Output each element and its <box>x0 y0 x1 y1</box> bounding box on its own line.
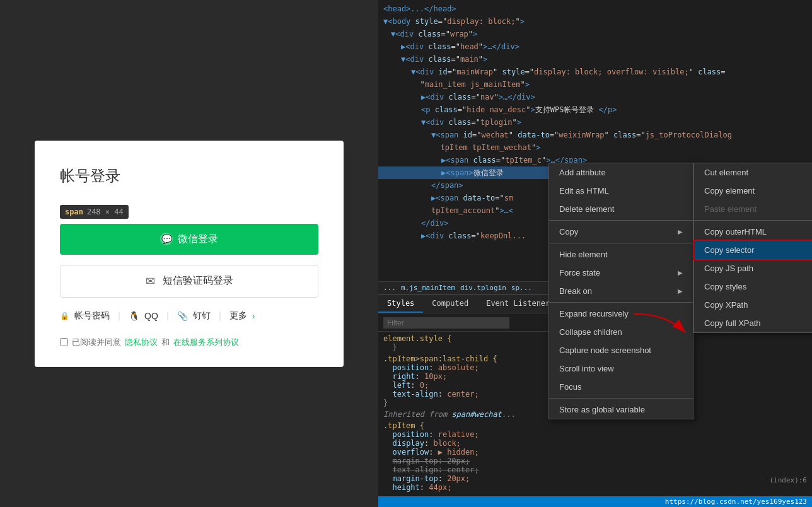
tooltip-tag: span <box>65 207 83 216</box>
wechat-login-button[interactable]: 💬 微信登录 <box>60 224 318 255</box>
dom-line: "main_item js_mainItem"> <box>378 78 812 91</box>
breadcrumb-dots: ... <box>383 284 396 292</box>
menu-scroll-into-view[interactable]: Scroll into view <box>549 359 693 378</box>
dingding-link[interactable]: 钉钉 <box>193 310 211 322</box>
agreement-checkbox[interactable] <box>60 338 68 346</box>
context-menu-primary[interactable]: Add attribute Edit as HTML Delete elemen… <box>548 163 693 419</box>
tab-computed[interactable]: Computed <box>423 295 477 313</box>
account-password-link[interactable]: 帐号密码 <box>74 310 110 322</box>
menu-paste-element: Paste element <box>694 200 812 218</box>
dom-line: <head>...</head> <box>378 3 812 15</box>
copy-arrow-icon: ▶ <box>678 228 683 235</box>
dom-line: tpItem tpItem_wechat"> <box>378 141 812 154</box>
menu-collapse-children[interactable]: Collapse children <box>549 323 693 341</box>
menu-copy[interactable]: Copy ▶ <box>549 223 693 241</box>
dom-line: ▶<div class="head">…</div> <box>378 40 812 53</box>
service-link[interactable]: 在线服务系列协议 <box>173 337 239 348</box>
menu-separator <box>549 302 693 303</box>
menu-delete-element[interactable]: Delete element <box>549 200 693 218</box>
login-links: 🔒 帐号密码 ｜ 🐧 QQ ｜ 📎 钉钉 ｜ 更多 › <box>60 310 318 322</box>
menu-copy-full-xpath[interactable]: Copy full XPath <box>694 314 812 332</box>
context-menu-copy[interactable]: Cut element Copy element Paste element C… <box>693 163 812 333</box>
menu-separator <box>549 398 693 399</box>
breadcrumb-item[interactable]: m.js_mainItem <box>401 284 455 292</box>
menu-capture-screenshot[interactable]: Capture node screenshot <box>549 341 693 359</box>
wechat-icon: 💬 <box>160 233 173 245</box>
element-tooltip: span 248 × 44 <box>60 205 129 219</box>
menu-copy-xpath[interactable]: Copy XPath <box>694 296 812 314</box>
dom-line: ▼<div class="wrap"> <box>378 28 812 40</box>
dom-line: ▶<div class="nav">…</div> <box>378 91 812 103</box>
menu-hide-element[interactable]: Hide element <box>549 245 693 264</box>
dom-line: ▼<span id="wechat" data-to="weixinWrap" … <box>378 129 812 141</box>
dom-line: <p class="hide nav_desc">支持WPS帐号登录 </p> <box>378 103 812 116</box>
left-panel: 帐号登录 span 248 × 44 💬 微信登录 ✉ 短信验证码登录 🔒 帐号… <box>0 0 378 507</box>
status-bar: https://blog.csdn.net/yes169yes123 <box>378 496 812 507</box>
tooltip-dimensions: 248 × 44 <box>87 207 124 216</box>
menu-store-global[interactable]: Store as global variable <box>549 400 693 419</box>
menu-force-state[interactable]: Force state ▶ <box>549 264 693 282</box>
dom-line: ▼<body style="display: block;"> <box>378 15 812 28</box>
qq-icon: 🐧 <box>129 311 139 321</box>
devtools-panel: <head>...</head> ▼<body style="display: … <box>378 0 812 507</box>
menu-copy-outerhtml[interactable]: Copy outerHTML <box>694 223 812 241</box>
menu-copy-styles[interactable]: Copy styles <box>694 277 812 296</box>
break-on-arrow-icon: ▶ <box>678 288 683 294</box>
sms-btn-label: 短信验证码登录 <box>163 274 233 288</box>
wechat-btn-label: 微信登录 <box>178 233 218 246</box>
filter-input[interactable] <box>383 317 509 329</box>
tab-styles[interactable]: Styles <box>378 295 423 313</box>
sms-icon: ✉ <box>146 274 155 288</box>
css-rule-tpitem: .tpItem { position: relative; display: b… <box>383 421 807 492</box>
menu-separator <box>549 243 693 243</box>
qq-link[interactable]: QQ <box>144 311 158 321</box>
agreement-and: 和 <box>161 337 170 348</box>
menu-copy-element[interactable]: Copy element <box>694 182 812 200</box>
menu-copy-selector[interactable]: Copy selector <box>694 241 812 259</box>
menu-cut-element[interactable]: Cut element <box>694 163 812 182</box>
agreement-area: 已阅读并同意 隐私协议 和 在线服务系列协议 <box>60 337 318 348</box>
menu-add-attribute[interactable]: Add attribute <box>549 163 693 182</box>
sms-login-button[interactable]: ✉ 短信验证码登录 <box>60 265 318 298</box>
lock-icon: 🔒 <box>60 312 69 320</box>
menu-expand-recursively[interactable]: Expand recursively <box>549 305 693 323</box>
status-url: https://blog.csdn.net/yes169yes123 <box>665 498 807 506</box>
more-chevron-icon: › <box>252 311 255 321</box>
menu-focus[interactable]: Focus <box>549 378 693 396</box>
dom-line: ▼<div id="mainWrap" style="display: bloc… <box>378 66 812 78</box>
agreement-prefix: 已阅读并同意 <box>72 337 121 348</box>
menu-copy-js-path[interactable]: Copy JS path <box>694 259 812 277</box>
force-state-arrow-icon: ▶ <box>678 269 683 276</box>
login-card: 帐号登录 span 248 × 44 💬 微信登录 ✉ 短信验证码登录 🔒 帐号… <box>35 141 344 367</box>
breadcrumb-item[interactable]: div.tplogin <box>460 284 506 292</box>
menu-break-on[interactable]: Break on ▶ <box>549 282 693 300</box>
menu-separator <box>694 220 812 221</box>
privacy-link[interactable]: 隐私协议 <box>125 337 158 348</box>
more-link[interactable]: 更多 <box>229 310 247 322</box>
breadcrumb-item[interactable]: sp... <box>511 284 532 292</box>
dingding-icon: 📎 <box>177 311 188 321</box>
login-title: 帐号登录 <box>60 166 318 186</box>
menu-separator <box>549 220 693 221</box>
menu-edit-as-html[interactable]: Edit as HTML <box>549 182 693 200</box>
dom-line: ▼<div class="main"> <box>378 53 812 66</box>
dom-line: ▼<div class="tplogin"> <box>378 116 812 129</box>
